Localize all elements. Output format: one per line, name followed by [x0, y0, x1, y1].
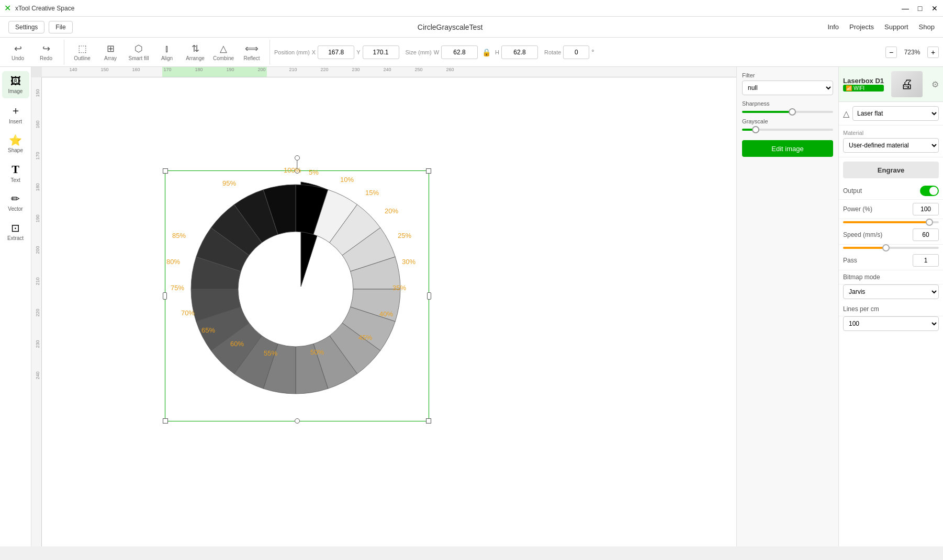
canvas-content[interactable]: 100% 5% 10% 15% 20% 25% 30% 35% 40% 45% …: [42, 77, 736, 546]
handle-middle-left[interactable]: [163, 292, 167, 300]
window-controls: — □ ✕: [901, 4, 939, 13]
combine-button[interactable]: △ Combine: [210, 40, 237, 65]
speed-slider-track[interactable]: [843, 247, 939, 249]
titlebar: ✕ xTool Creative Space — □ ✕: [0, 0, 943, 17]
sidebar-item-insert[interactable]: ＋ Insert: [2, 100, 29, 128]
pct-35: 35%: [392, 284, 406, 292]
handle-bottom-right[interactable]: [426, 418, 431, 424]
grayscale-slider[interactable]: [742, 129, 833, 131]
smart-fill-button[interactable]: ⬡ Smart fill: [125, 40, 152, 65]
x-input[interactable]: [318, 45, 354, 59]
pct-95: 95%: [222, 179, 236, 187]
reflect-button[interactable]: ⟺ Reflect: [238, 40, 265, 65]
minimize-button[interactable]: —: [901, 4, 910, 13]
arrange-button[interactable]: ⇅ Arrange: [182, 40, 209, 65]
file-button[interactable]: File: [49, 21, 72, 33]
shop-link[interactable]: Shop: [919, 23, 935, 31]
pct-45: 45%: [358, 334, 372, 341]
power-slider-thumb[interactable]: [926, 219, 933, 226]
h-input[interactable]: [501, 45, 538, 59]
w-input[interactable]: [441, 45, 478, 59]
handle-top-right[interactable]: [426, 168, 431, 174]
speed-slider-thumb[interactable]: [882, 244, 890, 252]
filter-select[interactable]: null Gaussian: [742, 81, 833, 95]
ruler-num-190: 190: [226, 67, 234, 72]
sidebar-item-vector[interactable]: ✏ Vector: [2, 188, 29, 215]
output-row: Output: [839, 182, 943, 200]
align-button[interactable]: ⫿ Align: [153, 40, 181, 65]
sharpness-label: Sharpness: [742, 100, 833, 107]
pass-input[interactable]: [913, 254, 939, 267]
ruler-num-180: 180: [195, 67, 203, 72]
sidebar-item-extract[interactable]: ⊡ Extract: [2, 218, 29, 245]
power-slider-track[interactable]: [843, 221, 939, 223]
handle-bottom-left[interactable]: [163, 418, 168, 424]
speed-input[interactable]: [913, 228, 939, 241]
speed-slider-fill: [843, 247, 886, 249]
sidebar-item-shape[interactable]: ⭐ Shape: [2, 130, 29, 157]
history-group: ↩ Undo ↪ Redo: [4, 40, 64, 65]
pct-25: 25%: [398, 232, 411, 239]
sidebar-item-text[interactable]: T Text: [2, 159, 29, 186]
align-icon: ⫿: [165, 43, 170, 54]
grayscale-thumb[interactable]: [752, 126, 759, 133]
undo-button[interactable]: ↩ Undo: [4, 40, 31, 65]
size-group: Size (mm) W 🔒 H: [406, 45, 538, 59]
bitmap-select[interactable]: Jarvis Floyd-Steinberg: [843, 284, 939, 299]
projects-link[interactable]: Projects: [849, 23, 874, 31]
image-icon: 🖼: [10, 75, 21, 87]
size-label: Size (mm): [406, 49, 432, 55]
power-input[interactable]: [913, 203, 939, 215]
sharpness-fill: [742, 111, 792, 113]
rotate-input[interactable]: [563, 45, 589, 59]
app-title: xTool Creative Space: [15, 5, 74, 12]
info-link[interactable]: Info: [827, 23, 839, 31]
support-link[interactable]: Support: [884, 23, 908, 31]
lock-icon[interactable]: 🔒: [480, 48, 493, 56]
ruler-vnum-230: 230: [35, 340, 40, 348]
power-slider-fill: [843, 221, 929, 223]
menubar: Settings File CircleGrayscaleTest Info P…: [0, 17, 943, 38]
power-slider-row: [839, 219, 943, 225]
material-select[interactable]: User-defined material Wood: [843, 138, 939, 153]
handle-top-left[interactable]: [163, 168, 168, 174]
pct-15: 15%: [365, 189, 379, 197]
rotate-handle[interactable]: [295, 155, 300, 161]
close-button[interactable]: ✕: [930, 4, 939, 13]
sharpness-slider[interactable]: [742, 111, 833, 113]
edit-image-button[interactable]: Edit image: [742, 140, 833, 157]
ruler-num-200: 200: [257, 67, 265, 72]
redo-button[interactable]: ↪ Redo: [32, 40, 60, 65]
filter-label: Filter: [742, 72, 833, 78]
outline-button[interactable]: ⬚ Outline: [69, 40, 96, 65]
settings-button[interactable]: Settings: [8, 21, 44, 33]
y-input[interactable]: [363, 45, 399, 59]
gear-icon[interactable]: ⚙: [931, 79, 939, 89]
laser-mode-row: △ Laser flat: [839, 102, 943, 125]
material-row: Material User-defined material Wood: [839, 125, 943, 157]
ruler-vnum-200: 200: [35, 246, 40, 254]
insert-icon: ＋: [10, 104, 21, 118]
vector-icon: ✏: [11, 192, 20, 205]
ruler-vnum-190: 190: [35, 214, 40, 222]
pass-label: Pass: [843, 257, 857, 264]
zoom-in-button[interactable]: +: [927, 47, 939, 58]
pct-70: 70%: [181, 309, 195, 317]
array-button[interactable]: ⊞ Array: [97, 40, 124, 65]
zoom-out-button[interactable]: −: [885, 47, 897, 58]
handle-middle-right[interactable]: [427, 292, 431, 300]
laser-mode-select[interactable]: Laser flat: [852, 106, 939, 121]
redo-icon: ↪: [42, 43, 50, 54]
toolbar: ↩ Undo ↪ Redo ⬚ Outline ⊞ Array ⬡ Smart …: [0, 38, 943, 67]
pct-100: 100%: [284, 166, 301, 174]
title-left: ✕ xTool Creative Space: [4, 3, 74, 13]
handle-bottom-middle[interactable]: [295, 418, 300, 424]
sidebar-item-image[interactable]: 🖼 Image: [2, 71, 29, 98]
canvas-area[interactable]: 140 150 160 170 180 190 200 210 220 230 …: [31, 67, 736, 546]
ruler-highlight: [162, 67, 267, 77]
sharpness-thumb[interactable]: [789, 108, 796, 116]
maximize-button[interactable]: □: [916, 4, 924, 13]
lines-select[interactable]: 100 75 50: [843, 316, 939, 331]
main-area: 🖼 Image ＋ Insert ⭐ Shape T Text ✏ Vector…: [0, 67, 943, 546]
output-toggle[interactable]: [920, 186, 939, 196]
